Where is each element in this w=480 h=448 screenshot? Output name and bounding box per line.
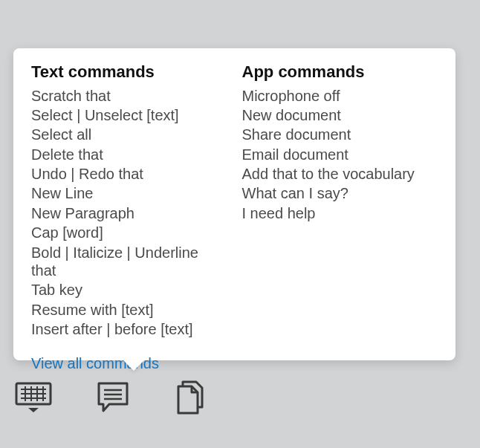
list-item: Bold | Italicize | Underline that [31, 244, 227, 280]
list-item: New Paragraph [31, 204, 227, 222]
list-item: Undo | Redo that [31, 165, 227, 183]
text-commands-heading: Text commands [31, 62, 227, 82]
list-item: Share document [242, 126, 438, 143]
text-commands-column: Text commands Scratch that Select | Unse… [31, 62, 227, 340]
svg-marker-8 [28, 408, 39, 412]
commands-button[interactable] [97, 381, 129, 414]
commands-popup: Text commands Scratch that Select | Unse… [13, 48, 455, 360]
app-commands-heading: App commands [242, 62, 438, 82]
list-item: Scratch that [31, 87, 227, 105]
list-item: I need help [242, 204, 438, 222]
list-item: Tab key [31, 281, 227, 299]
list-item: Delete that [31, 146, 227, 163]
app-commands-column: App commands Microphone off New document… [242, 62, 438, 340]
keyboard-button[interactable] [15, 382, 52, 413]
view-all-commands-link[interactable]: View all commands [31, 355, 159, 372]
list-item: Email document [242, 146, 438, 163]
keyboard-icon [15, 382, 52, 413]
bottom-toolbar [15, 380, 207, 415]
text-commands-list: Scratch that Select | Unselect [text] Se… [31, 87, 227, 339]
list-item: What can I say? [242, 184, 438, 202]
list-item: Cap [word] [31, 224, 227, 241]
list-item: Select | Unselect [text] [31, 106, 227, 124]
list-item: Add that to the vocabulary [242, 165, 438, 183]
list-item: New document [242, 106, 438, 124]
list-item: New Line [31, 184, 227, 202]
list-item: Insert after | before [text] [31, 320, 227, 338]
list-item: Select all [31, 126, 227, 143]
commands-columns: Text commands Scratch that Select | Unse… [31, 62, 438, 340]
list-item: Resume with [text] [31, 301, 227, 319]
documents-button[interactable] [174, 380, 207, 415]
list-item: Microphone off [242, 87, 438, 105]
documents-icon [174, 380, 207, 415]
chat-lines-icon [97, 381, 129, 414]
app-commands-list: Microphone off New document Share docume… [242, 87, 438, 223]
